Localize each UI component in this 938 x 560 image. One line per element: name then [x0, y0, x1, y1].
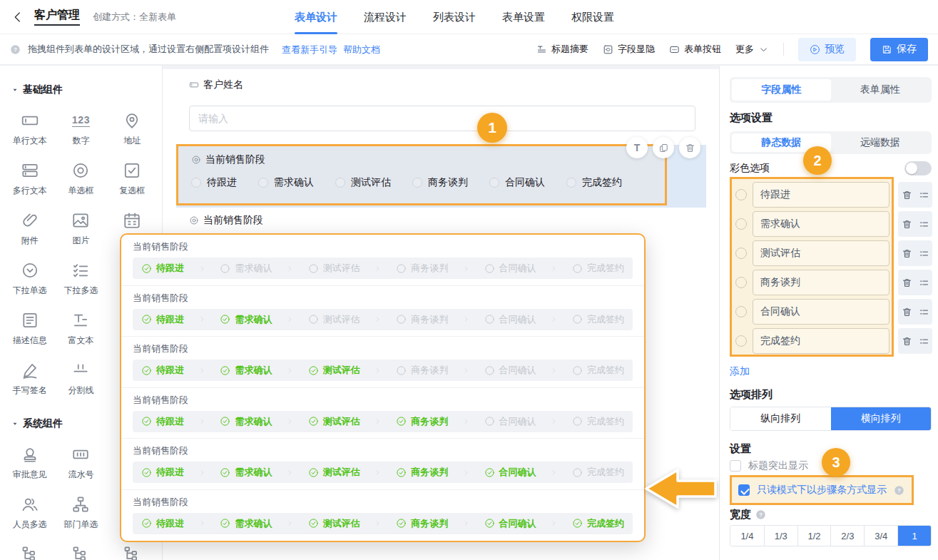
drag-handle-icon[interactable]	[919, 336, 929, 347]
width-option-1-4[interactable]: 1/4	[730, 526, 764, 546]
component-item[interactable]	[106, 539, 158, 560]
step-item: 完成签约	[572, 313, 624, 326]
option-radio-icon[interactable]	[735, 277, 747, 288]
option-radio-icon[interactable]	[735, 189, 747, 200]
drag-hint-text: 拖拽组件到表单的设计区域，通过设置右侧配置项设计组件	[28, 43, 269, 56]
header-tab-4[interactable]: 表单设置	[502, 0, 545, 34]
stage-option[interactable]: 合同确认	[489, 176, 545, 189]
component-item[interactable]: 附件	[4, 205, 56, 255]
header-tab-2[interactable]: 流程设计	[364, 0, 407, 34]
component-item[interactable]: 部门单选	[56, 489, 107, 539]
component-item[interactable]: 单选框	[56, 156, 107, 205]
stage-option[interactable]: 需求确认	[258, 176, 314, 189]
properties-tab-1[interactable]: 字段属性	[732, 79, 831, 101]
title-style-button[interactable]: T	[626, 137, 648, 158]
palette-section-title: 基础组件	[23, 83, 63, 96]
drag-handle-icon[interactable]	[919, 307, 929, 317]
step-done-icon	[308, 518, 319, 529]
component-item[interactable]: 单行文本	[4, 106, 56, 156]
component-item[interactable]: 复选框	[106, 156, 158, 205]
option-row	[735, 328, 932, 354]
component-item[interactable]: 分割线	[56, 355, 107, 405]
width-option-2-3[interactable]: 2/3	[830, 526, 864, 546]
option-radio-icon[interactable]	[735, 248, 747, 259]
component-item[interactable]: 123数字	[56, 106, 107, 156]
data-source-tab-2[interactable]: 远端数据	[831, 133, 930, 152]
color-option-label: 彩色选项	[730, 162, 770, 175]
name-field-input[interactable]	[189, 106, 695, 131]
trash-icon[interactable]	[902, 248, 912, 259]
select-single-icon	[21, 261, 39, 280]
arrangement-tab-1[interactable]: 纵向排列	[730, 407, 831, 430]
option-radio-icon[interactable]	[735, 306, 747, 317]
help-link-2[interactable]: 帮助文档	[343, 44, 380, 55]
title-highlight-checkbox[interactable]	[730, 460, 741, 472]
copy-field-button[interactable]	[653, 137, 674, 158]
component-item[interactable]: 地址	[106, 106, 158, 156]
color-option-toggle[interactable]	[904, 161, 932, 175]
help-link-1[interactable]: 查看新手引导	[282, 44, 337, 55]
help-circle-icon[interactable]: ?	[894, 485, 904, 496]
option-radio-icon[interactable]	[735, 335, 747, 347]
width-option-1-3[interactable]: 1/3	[764, 526, 797, 546]
stage-option[interactable]: 待跟进	[191, 176, 237, 189]
chevron-right-icon	[286, 469, 294, 477]
trash-icon[interactable]	[902, 307, 912, 317]
step-item: 测试评估	[308, 415, 360, 428]
toolbar-action-1[interactable]: 标题摘要	[536, 43, 588, 56]
more-button[interactable]: 更多	[735, 43, 769, 56]
option-value-input[interactable]	[753, 328, 889, 354]
toolbar-action-2[interactable]: 字段显隐	[603, 43, 655, 56]
component-item[interactable]: 下拉单选	[4, 255, 56, 305]
stage-option[interactable]: 完成签约	[566, 176, 622, 189]
component-item[interactable]: 富文本	[56, 305, 107, 355]
trash-icon[interactable]	[902, 336, 912, 347]
drag-handle-icon[interactable]	[919, 190, 929, 200]
toolbar-action-3[interactable]: 表单按钮	[669, 43, 721, 56]
arrangement-tab-2[interactable]: 横向排列	[831, 407, 932, 430]
header-tab-5[interactable]: 权限设置	[571, 0, 614, 34]
header-tab-3[interactable]: 列表设计	[433, 0, 476, 34]
stage-option[interactable]: 商务谈判	[412, 176, 468, 189]
back-chevron-icon[interactable]	[11, 11, 24, 24]
header-tab-1[interactable]: 表单设计	[295, 0, 337, 34]
step-pending-icon	[572, 365, 583, 376]
option-value-input[interactable]	[753, 211, 889, 237]
component-item[interactable]: 图片	[56, 205, 107, 255]
component-item[interactable]: 描述信息	[4, 305, 56, 355]
preview-button[interactable]: 预览	[798, 38, 856, 61]
component-item[interactable]: 审批意见	[4, 439, 56, 489]
component-item[interactable]	[4, 539, 56, 560]
width-option-1-2[interactable]: 1/2	[797, 526, 831, 546]
add-option-link[interactable]: 添加	[730, 365, 750, 378]
step-label: 商务谈判	[411, 415, 448, 428]
component-item[interactable]: 多行文本	[4, 156, 56, 205]
drag-handle-icon[interactable]	[919, 248, 929, 259]
width-option-3-4[interactable]: 3/4	[864, 526, 897, 546]
delete-field-button[interactable]	[679, 137, 700, 158]
help-circle-icon[interactable]: ?	[755, 509, 766, 520]
width-option-1[interactable]: 1	[897, 526, 931, 546]
selected-stage-field[interactable]: 当前销售阶段 待跟进需求确认测试评估商务谈判合同确认完成签约	[176, 144, 667, 205]
drag-handle-icon[interactable]	[919, 219, 929, 230]
component-item[interactable]: 流水号	[56, 439, 107, 489]
drag-handle-icon[interactable]	[919, 278, 929, 288]
step-done-icon	[220, 467, 230, 478]
trash-icon[interactable]	[902, 190, 912, 200]
option-value-input[interactable]	[753, 299, 889, 325]
stepbar-mode-checkbox[interactable]	[738, 484, 750, 496]
save-button[interactable]: 保存	[870, 38, 928, 61]
option-value-input[interactable]	[753, 270, 889, 295]
component-item[interactable]: 下拉多选	[56, 255, 107, 305]
option-value-input[interactable]	[753, 240, 889, 266]
properties-tab-2[interactable]: 表单属性	[831, 79, 930, 101]
component-item[interactable]: 人员多选	[4, 489, 56, 539]
stage-option[interactable]: 测试评估	[335, 176, 391, 189]
option-value-input[interactable]	[753, 182, 889, 208]
component-item[interactable]: 手写签名	[4, 355, 56, 405]
trash-icon[interactable]	[902, 278, 912, 288]
component-item[interactable]	[56, 539, 107, 560]
option-radio-icon[interactable]	[735, 218, 747, 230]
toolbar-action-label: 表单按钮	[684, 43, 721, 56]
trash-icon[interactable]	[902, 219, 912, 230]
